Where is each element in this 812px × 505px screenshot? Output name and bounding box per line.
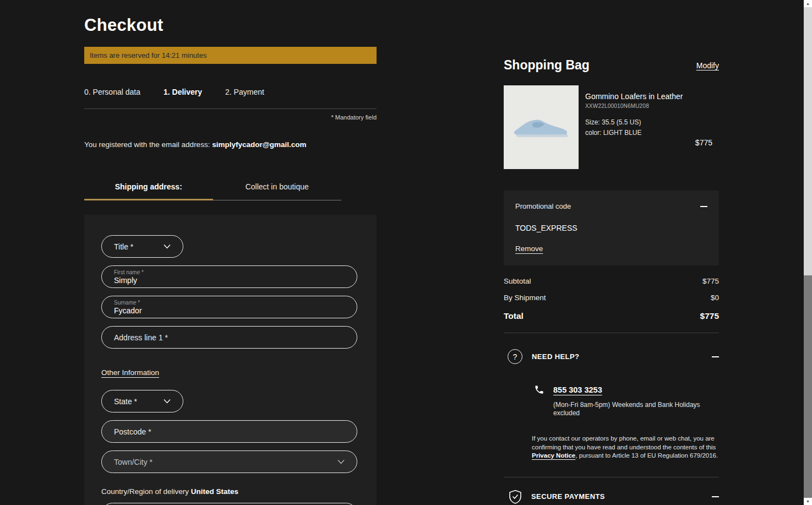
product-image — [504, 85, 579, 169]
page-title: Checkout — [84, 15, 377, 35]
country-of-delivery-line: Country/Region of delivery United States — [101, 487, 377, 496]
order-summary: Shopping Bag Modify Gommino Loafers in L… — [504, 0, 719, 504]
scroll-down-arrow[interactable]: ▼ — [804, 498, 812, 505]
scrollbar-thumb[interactable] — [804, 7, 812, 275]
shipment-value: $0 — [711, 294, 719, 302]
steps-divider — [84, 108, 377, 109]
step-personal-data[interactable]: 0. Personal data — [84, 88, 140, 96]
other-information-link[interactable]: Other Information — [101, 368, 159, 377]
privacy-legal-text: If you contact our operators by phone, e… — [504, 435, 718, 460]
total-label: Total — [504, 311, 524, 321]
subtotal-value: $775 — [702, 277, 719, 285]
reservation-banner-text: Items are reserved for 14:21 minutes — [90, 51, 206, 59]
subtotal-row: Subtotal $775 — [504, 277, 719, 285]
product-price: $775 — [695, 138, 712, 147]
first-name-field[interactable]: First name * Simply — [101, 265, 357, 288]
product-info: Gommino Loafers in Leather XXW22L00010N6… — [579, 85, 683, 169]
need-help-title: NEED HELP? — [532, 352, 707, 361]
product-name: Gommino Loafers in Leather — [585, 92, 683, 101]
step-payment[interactable]: 2. Payment — [225, 88, 264, 96]
support-phone-link[interactable]: 855 303 3253 — [553, 385, 602, 394]
collapse-secure-icon[interactable] — [707, 493, 719, 501]
chevron-down-icon — [337, 459, 345, 464]
title-select[interactable]: Title * — [101, 235, 183, 258]
title-select-label: Title * — [114, 242, 133, 251]
promo-code-header: Promotional code — [515, 202, 707, 210]
delivery-tabs: Shipping address: Collect in boutique — [84, 182, 341, 200]
registered-email-prefix: You registered with the email address: — [84, 140, 212, 149]
country-label: Country/Region of delivery — [101, 487, 189, 496]
state-select-label: State * — [114, 397, 137, 406]
checkout-main: Checkout Items are reserved for 14:21 mi… — [84, 0, 377, 505]
postcode-placeholder: Postcode * — [114, 427, 151, 436]
promo-code-value: TODS_EXPRESS — [515, 224, 707, 232]
tab-collect-in-boutique-label: Collect in boutique — [246, 182, 309, 191]
town-city-field[interactable]: Town/City * — [101, 450, 357, 473]
loafer-illustration — [510, 111, 572, 143]
modify-bag-link[interactable]: Modify — [696, 61, 719, 70]
town-city-placeholder: Town/City * — [114, 458, 152, 466]
total-value: $775 — [700, 311, 719, 321]
step-delivery[interactable]: 1. Delivery — [164, 88, 202, 96]
surname-value: Fycador — [114, 306, 345, 315]
promo-code-panel: Promotional code TODS_EXPRESS Remove — [504, 191, 719, 265]
shipment-row: By Shipment $0 — [504, 294, 719, 302]
secure-payments-title: SECURE PAYMENTS — [531, 492, 707, 501]
product-size: Size: 35.5 (5.5 US) — [585, 118, 683, 126]
collapse-help-icon[interactable] — [707, 353, 719, 361]
need-help-header[interactable]: ? NEED HELP? — [504, 349, 719, 364]
legal-text-after: , pursuant to Article 13 of EU Regulatio… — [575, 452, 718, 459]
product-sku: XXW22L00010N6MU208 — [585, 103, 683, 109]
state-select[interactable]: State * — [101, 390, 183, 412]
phone-icon — [534, 384, 544, 395]
total-row: Total $775 — [504, 311, 719, 321]
product-card: Gommino Loafers in Leather XXW22L00010N6… — [504, 85, 719, 169]
first-name-value: Simply — [114, 276, 345, 285]
legal-text-before: If you contact our operators by phone, e… — [532, 435, 716, 450]
collapse-promo-icon[interactable] — [695, 203, 707, 210]
shopping-bag-title: Shopping Bag — [504, 58, 590, 73]
registered-email-value: simplyfycador@gmail.com — [212, 140, 306, 149]
privacy-notice-link[interactable]: Privacy Notice — [532, 452, 575, 459]
shipment-label: By Shipment — [504, 294, 546, 302]
postcode-field[interactable]: Postcode * — [101, 420, 357, 443]
remove-promo-link[interactable]: Remove — [515, 245, 543, 253]
first-name-label: First name * — [114, 269, 345, 276]
checkout-steps: 0. Personal data 1. Delivery 2. Payment — [84, 88, 377, 96]
registered-email-line: You registered with the email address: s… — [84, 140, 377, 149]
question-mark-icon: ? — [508, 349, 522, 364]
tab-shipping-address[interactable]: Shipping address: — [84, 182, 213, 200]
surname-field[interactable]: Surname * Fycador — [101, 296, 357, 318]
totals-block: Subtotal $775 By Shipment $0 Total $775 — [504, 277, 719, 321]
secure-payments-header[interactable]: SECURE PAYMENTS — [504, 490, 719, 504]
page-scrollbar[interactable]: ▲ ▼ — [804, 0, 812, 505]
surname-label: Surname * — [114, 300, 345, 306]
country-field-partial[interactable] — [101, 503, 357, 505]
chevron-down-icon — [164, 399, 171, 404]
shield-check-icon — [509, 490, 522, 504]
support-hours: (Mon-Fri 8am-5pm) Weekends and Bank Holi… — [504, 401, 707, 417]
address-line-1-field[interactable]: Address line 1 * — [101, 326, 357, 349]
tab-collect-in-boutique[interactable]: Collect in boutique — [213, 182, 342, 200]
subtotal-label: Subtotal — [504, 277, 531, 285]
country-value: United States — [191, 487, 238, 496]
shopping-bag-header: Shopping Bag Modify — [504, 58, 719, 73]
product-color: color: LIGHT BLUE — [585, 129, 683, 137]
summary-divider — [504, 333, 719, 333]
other-information-row: Other Information — [101, 367, 377, 377]
reservation-banner: Items are reserved for 14:21 minutes — [84, 47, 377, 64]
tab-shipping-address-label: Shipping address: — [115, 182, 182, 191]
promo-code-label: Promotional code — [515, 202, 571, 210]
chevron-down-icon — [164, 244, 171, 249]
summary-divider — [504, 477, 719, 477]
address-line-1-placeholder: Address line 1 * — [114, 333, 168, 342]
shipping-address-form: Title * First name * Simply Surname * Fy… — [84, 215, 377, 505]
scroll-up-arrow[interactable]: ▲ — [804, 0, 812, 7]
phone-row: 855 303 3253 — [504, 384, 719, 395]
checkout-page: Checkout Items are reserved for 14:21 mi… — [0, 0, 812, 505]
mandatory-field-note: * Mandatory field — [84, 114, 377, 121]
